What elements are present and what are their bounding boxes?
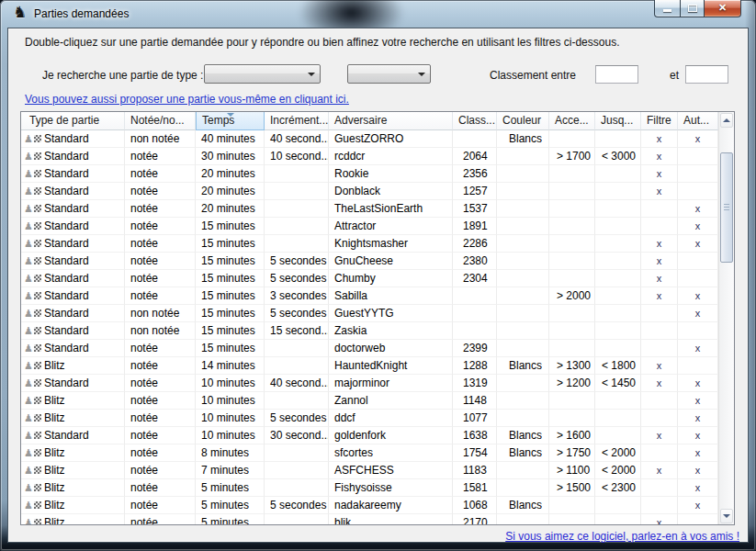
cell-jusqua [595,287,641,305]
table-row[interactable]: ♟Blitznotée7 minutesASFCHESS1183> 1100< … [21,462,718,479]
cell-notee: notée [125,427,196,444]
table-row[interactable]: ♟Blitznotée5 minutesblik2170x [21,514,718,524]
column-header[interactable]: Acce... [549,112,595,130]
minimize-button[interactable] [654,0,681,17]
table-row[interactable]: ♟Standardnotée15 minutes5 secondesGnuChe… [21,253,718,270]
propose-game-link[interactable]: Vous pouvez aussi proposer une partie vo… [25,93,349,106]
cell-classement [453,322,497,340]
pawn-icon: ♟ [24,274,41,284]
cell-notee: notée [125,165,196,183]
maximize-button[interactable] [680,0,705,17]
table-row[interactable]: ♟Blitznotée10 minutesZannol1148x [21,392,718,410]
table-row[interactable]: ♟Standardnotée10 minutes30 second...gold… [21,427,718,444]
cell-couleur: Blancs [497,130,549,148]
column-header[interactable]: Aut... [678,112,718,130]
cell-type: ♟Standard [21,375,125,392]
pawn-icon: ♟ [24,169,41,179]
table-row[interactable]: ♟Standardnotée15 minutes3 secondesSabill… [21,287,718,305]
cell-notee: non notée [125,130,196,148]
cell-adversaire: Chumby [329,270,453,287]
scroll-up-button[interactable] [720,113,733,128]
cell-adversaire: nadakareemy [329,497,453,514]
cell-temps: 15 minutes [196,218,265,235]
column-header[interactable]: Adversaire [329,112,453,130]
close-icon: ✕ [705,0,740,16]
scroll-thumb[interactable] [720,152,733,263]
cell-adversaire: sfcortes [329,444,453,462]
game-subtype-select[interactable] [347,64,431,84]
column-header[interactable]: Notée/no... [125,112,196,130]
column-header[interactable]: Temps [196,112,265,130]
cell-classement: 2356 [453,165,497,183]
scroll-down-button[interactable] [720,509,733,523]
table-row[interactable]: ♟Blitznotée8 minutessfcortes1754Blancs> … [21,444,718,462]
table-row[interactable]: ♟Standardnotée15 minutesAttractor1891x [21,218,718,235]
cell-filtre: x [641,130,678,148]
column-header[interactable]: Class... [453,112,497,130]
table-row[interactable]: ♟Standardnotée15 minutesdoctorweb2399x [21,340,718,357]
table-row[interactable]: ♟Standardnotée10 minutes40 second...majo… [21,375,718,392]
cell-notee: notée [125,514,196,524]
rating-max-input[interactable] [685,65,728,84]
knight-icon: ♞ [13,5,27,20]
cell-jusqua: < 2000 [595,444,641,462]
cell-increment: 3 secondes [265,287,329,305]
dialog-content: Double-cliquez sur une partie demandée p… [7,28,749,543]
cell-jusqua: < 1800 [595,357,641,375]
cell-notee: notée [125,200,196,218]
table-row[interactable]: ♟Standardnotée20 minutesDonblack1257x [21,183,718,200]
table-row[interactable]: ♟Blitznotée5 minutes5 secondesnadakareem… [21,497,718,514]
table-row[interactable]: ♟Standardnotée20 minutesRookie2356x [21,165,718,183]
game-type-text: Standard [44,130,89,147]
game-type-select[interactable] [204,64,321,84]
column-header[interactable]: Filtre [641,112,678,130]
share-link[interactable]: Si vous aimez ce logiciel, parlez-en à v… [505,530,739,543]
rating-min-input[interactable] [595,65,638,84]
cell-aut [678,514,718,524]
cell-classement: 1537 [453,200,497,218]
close-button[interactable]: ✕ [704,0,741,17]
cell-accepte: > 1200 [549,375,595,392]
cell-notee: notée [125,357,196,375]
cell-jusqua: < 3000 [595,148,641,165]
table-row[interactable]: ♟Standardnotée15 minutesKnightsmasher228… [21,235,718,253]
table-row[interactable]: ♟Blitznotée10 minutes5 secondesddcf1077x [21,410,718,427]
cell-notee: notée [125,444,196,462]
cell-notee: notée [125,462,196,479]
game-type-text: Blitz [44,444,65,461]
cell-aut: x [678,305,718,322]
column-header[interactable]: Couleur [497,112,549,130]
cell-type: ♟Blitz [21,497,125,514]
pawn-icon: ♟ [24,343,41,354]
table-row[interactable]: ♟Standardnon notée15 minutes15 second...… [21,322,718,340]
game-type-text: Standard [44,340,89,356]
cell-couleur: Blancs [497,497,549,514]
window-titlebar[interactable]: ♞ Parties demandées [0,0,756,28]
game-type-text: Blitz [44,357,65,374]
cell-adversaire: TheLastSionEarth [329,200,453,218]
pawn-icon: ♟ [24,361,41,371]
cell-adversaire: rcddcr [329,148,453,165]
table-row[interactable]: ♟Standardnotée30 minutes10 second...rcdd… [21,148,718,165]
pawn-icon: ♟ [24,221,41,231]
table-row[interactable]: ♟Blitznotée5 minutesFishysoisse1581> 150… [21,479,718,497]
column-header[interactable]: Incrément... [265,112,329,130]
table-row[interactable]: ♟Standardnotée20 minutesTheLastSionEarth… [21,200,718,218]
table-row[interactable]: ♟Standardnotée15 minutes5 secondesChumby… [21,270,718,287]
cell-couleur [497,253,549,270]
pawn-icon: ♟ [24,466,41,476]
table-row[interactable]: ♟Standardnon notée15 minutes5 secondesGu… [21,305,718,322]
cell-adversaire: Zaskia [329,322,453,340]
pawn-icon: ♟ [24,500,41,511]
table-row[interactable]: ♟Blitznotée14 minutesHauntedKnight1288Bl… [21,357,718,375]
vertical-scrollbar[interactable] [718,112,734,524]
cell-aut: x [678,200,718,218]
pawn-icon: ♟ [24,239,41,249]
column-header[interactable]: Type de partie [21,112,125,130]
cell-couleur [497,305,549,322]
table-row[interactable]: ♟Standardnon notée40 minutes40 second...… [21,130,718,148]
games-table: Type de partieNotée/no...TempsIncrément.… [20,111,735,525]
cell-classement: 2286 [453,235,497,253]
column-header[interactable]: Jusq... [595,112,641,130]
cell-temps: 15 minutes [196,287,265,305]
